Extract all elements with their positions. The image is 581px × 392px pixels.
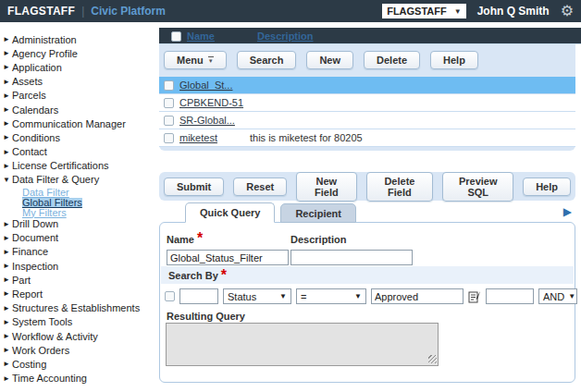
chevron-right-icon: ► [3, 360, 12, 368]
column-header-description[interactable]: Description [257, 31, 314, 42]
sidebar-item-document[interactable]: ►Document [3, 231, 157, 245]
search-criteria-row: Status ▼ = ▼ AND ▼ [165, 288, 577, 304]
select-all-checkbox[interactable] [171, 31, 181, 42]
operator-select-value: = [301, 291, 306, 302]
sidebar-item-calendars[interactable]: ►Calendars [3, 103, 157, 116]
chevron-right-icon: ► [3, 105, 12, 114]
agency-dropdown[interactable]: FLAGSTAFF ▼ [382, 4, 465, 18]
chevron-right-icon: ► [3, 318, 12, 326]
table-row[interactable]: miketest this is miketest for 80205 [159, 129, 575, 147]
menu-button[interactable]: Menu▼ [164, 51, 227, 69]
sidebar-subitem-my-filters[interactable]: My Filters [22, 208, 67, 218]
sidebar-item-contact[interactable]: ►Contact [3, 145, 157, 159]
chevron-right-icon: ► [3, 248, 12, 256]
sidebar-item-parcels[interactable]: ►Parcels [3, 89, 157, 103]
user-name: John Q Smith [477, 5, 550, 18]
submit-button[interactable]: Submit [164, 178, 224, 196]
new-field-button[interactable]: New Field [296, 172, 356, 202]
help-button[interactable]: Help [430, 51, 478, 69]
agency-dropdown-value: FLAGSTAFF [387, 6, 447, 17]
tab-recipient[interactable]: Recipient [280, 203, 356, 223]
sidebar-item-time-accounting[interactable]: ►Time Accounting [3, 372, 157, 386]
lookup-icon[interactable] [468, 290, 481, 303]
resulting-query-textarea[interactable] [166, 323, 439, 366]
tab-scroll-right-icon[interactable]: ▶ [563, 205, 572, 218]
delete-field-button[interactable]: Delete Field [366, 172, 434, 202]
preview-sql-button[interactable]: Preview SQL [442, 172, 513, 202]
sidebar-item-application[interactable]: ►Application [3, 60, 157, 74]
required-marker: * [221, 267, 227, 284]
filter-name-link[interactable]: Global_St... [179, 80, 232, 91]
row-checkbox[interactable] [164, 116, 174, 126]
sidebar-item-agency-profile[interactable]: ►Agency Profile [3, 46, 157, 60]
criteria-checkbox[interactable] [165, 291, 175, 301]
criteria-left-input[interactable] [179, 288, 218, 304]
criteria-extra-input[interactable] [486, 288, 534, 304]
chevron-right-icon: ► [3, 289, 12, 298]
form-toolbar: Submit Reset New Field Delete Field Prev… [159, 172, 575, 201]
new-button[interactable]: New [306, 51, 353, 69]
sidebar-item-work-orders[interactable]: ►Work Orders [3, 343, 157, 357]
sidebar-item-structures-establishments[interactable]: ►Structures & Establishments [3, 301, 157, 315]
product-title: Civic Platform [91, 5, 166, 18]
agency-brand: FLAGSTAFF [7, 5, 75, 18]
chevron-right-icon: ► [3, 220, 12, 228]
row-checkbox[interactable] [164, 80, 174, 91]
name-field[interactable] [167, 250, 289, 265]
description-field[interactable] [290, 250, 413, 265]
search-button[interactable]: Search [237, 51, 297, 69]
form-help-button[interactable]: Help [523, 178, 571, 196]
chevron-right-icon: ► [3, 49, 12, 57]
sidebar-item-workflow-activity[interactable]: ►Workflow & Activity [3, 329, 157, 343]
sidebar-item-costing[interactable]: ►Costing [3, 357, 157, 371]
table-row[interactable]: CPBKEND-51 [159, 94, 575, 112]
chevron-right-icon: ► [3, 78, 12, 86]
field-select[interactable]: Status ▼ [223, 288, 291, 304]
search-by-section-header: Search By* [161, 266, 574, 284]
operator-select[interactable]: = ▼ [296, 288, 366, 304]
menu-caret-icon: ▼ [208, 56, 214, 64]
search-by-label: Search By [168, 270, 218, 281]
chevron-right-icon: ► [3, 304, 12, 312]
sidebar-item-administration[interactable]: ►Administration [3, 32, 157, 46]
sidebar-item-report[interactable]: ►Report [3, 287, 157, 300]
sidebar-item-license-certifications[interactable]: ►License Certifications [3, 159, 157, 173]
sidebar-item-assets[interactable]: ►Assets [3, 75, 157, 89]
sidebar-item-system-tools[interactable]: ►System Tools [3, 315, 157, 329]
logic-select[interactable]: AND ▼ [538, 288, 577, 304]
name-label: Name [167, 234, 194, 245]
form-tabs: Quick Query Recipient ▶ [159, 202, 575, 223]
column-header-name[interactable]: Name [187, 31, 215, 42]
reset-button[interactable]: Reset [233, 178, 287, 196]
row-checkbox[interactable] [164, 98, 174, 108]
tab-quick-query[interactable]: Quick Query [185, 202, 275, 223]
resize-handle[interactable] [428, 355, 437, 363]
chevron-right-icon: ► [3, 276, 12, 284]
chevron-down-icon: ▼ [454, 7, 462, 16]
header-separator: | [81, 5, 84, 18]
sidebar-item-drill-down[interactable]: ►Drill Down [3, 216, 157, 230]
sidebar-item-data-filter-query[interactable]: ▼Data Filter & Query [3, 173, 157, 187]
chevron-right-icon: ► [3, 332, 12, 340]
sidebar-item-finance[interactable]: ►Finance [3, 245, 157, 259]
criteria-value-input[interactable] [371, 288, 464, 304]
table-row[interactable]: SR-Global... [159, 112, 575, 129]
filter-name-link[interactable]: SR-Global... [179, 115, 235, 126]
sidebar-item-inspection[interactable]: ►Inspection [3, 259, 157, 273]
name-field-group: Name* [167, 230, 289, 265]
chevron-right-icon: ► [3, 262, 12, 270]
delete-button[interactable]: Delete [364, 51, 420, 69]
sidebar-item-part[interactable]: ►Part [3, 273, 157, 287]
table-row[interactable]: Global_St... [159, 77, 575, 94]
filter-name-link[interactable]: CPBKEND-51 [179, 97, 243, 108]
gear-icon[interactable]: ⚙ [561, 4, 574, 18]
description-field-group: Description [290, 230, 413, 265]
chevron-right-icon: ► [3, 148, 12, 156]
sidebar-item-conditions[interactable]: ►Conditions [3, 130, 157, 144]
chevron-right-icon: ► [3, 92, 12, 100]
global-filters-panel: Global Filters Menu▼ Search New Delete H… [159, 28, 575, 151]
sidebar-item-communication-manager[interactable]: ►Communication Manager [3, 116, 157, 130]
filter-name-link[interactable]: miketest [179, 132, 217, 143]
description-label: Description [290, 234, 347, 245]
row-checkbox[interactable] [164, 133, 174, 143]
